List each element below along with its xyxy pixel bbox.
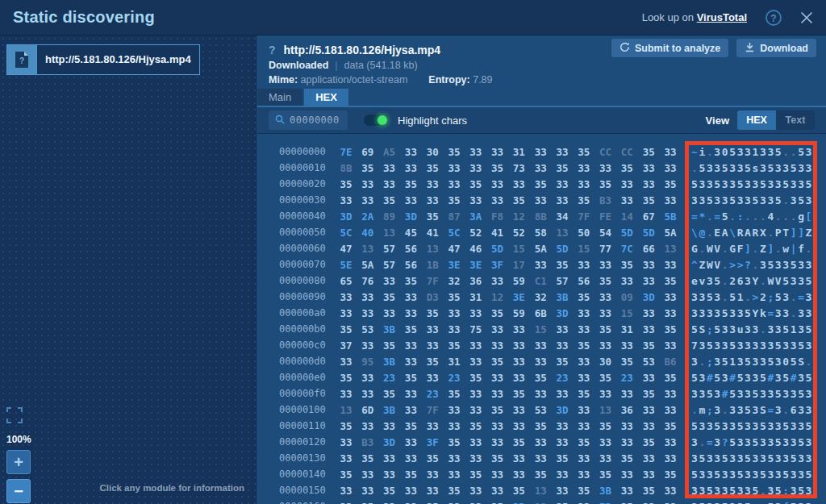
hex-offset: 00000160	[279, 501, 329, 504]
hex-bytes: 3333333335333335596B3D3333153333	[340, 307, 677, 319]
hex-bytes: 333335333335333335333335B3333533	[340, 194, 677, 206]
hex-offset: 000000e0	[279, 372, 329, 383]
view-text-button[interactable]: Text	[776, 110, 815, 130]
hex-row: 0000016033353333353333353B1335337B353333…	[257, 498, 826, 504]
hex-bytes: 3D2A893D35873AF8128B347FFE14675B	[340, 210, 677, 223]
submit-to-analyze-button[interactable]: Submit to analyze	[611, 39, 728, 57]
fullscreen-icon[interactable]	[6, 407, 23, 427]
hex-bytes: 35332335332335333335233335233335	[340, 372, 677, 384]
ascii-chars: 335335335335.353	[691, 194, 813, 206]
hex-bytes: 8B353333353333357333353333353333	[340, 162, 677, 174]
hex-bytes: 33953B333531333533333533303553B6	[340, 356, 677, 368]
hex-offset: 00000100	[279, 404, 329, 415]
module-label: http://5.181.80.126/Hjysa.mp4	[36, 45, 199, 74]
file-type-size: data (541.18 kb)	[344, 60, 418, 71]
hex-row: 000000505C401345415C524152581350545D5D5A…	[257, 224, 826, 240]
hex-row: 00000060471357561347465D155A5D15777C6613…	[257, 240, 826, 256]
virustotal-link[interactable]: VirusTotal	[697, 11, 747, 23]
ascii-chars: 35335335;.53{533	[691, 501, 813, 504]
hex-bytes: 136D3B337F33333533533D3313363333	[340, 404, 677, 416]
svg-text:?: ?	[19, 56, 24, 65]
hex-offset: 00000110	[279, 420, 329, 431]
ascii-chars: 3353#53353353353	[691, 388, 813, 400]
hex-bytes: 33353333353333353B1335337B353333	[340, 501, 677, 504]
hex-row: 00000100136D3B337F33333533533D3313363333…	[257, 402, 826, 418]
ascii-chars: 5S;533u33.335135	[691, 323, 813, 335]
module-node-url[interactable]: ? http://5.181.80.126/Hjysa.mp4	[6, 44, 200, 75]
zoom-out-button[interactable]: −	[6, 479, 31, 503]
hex-toolbar: Highlight chars View HEX Text	[257, 107, 826, 134]
help-icon[interactable]: ?	[765, 9, 782, 27]
zoom-level: 100%	[6, 434, 31, 445]
hex-offset: 00000090	[279, 291, 329, 302]
ascii-chars: =*.=5.:...4...g[	[691, 210, 813, 223]
hex-bytes: 33353333353333353333353333353333	[340, 452, 677, 464]
entropy-label: Entropy:	[428, 74, 469, 85]
hex-row: 000000e035332335332335333335233335233335…	[257, 369, 826, 385]
hex-row: 00000030333335333335333335333335B3333533…	[257, 192, 826, 208]
ascii-chars: ~i.305331335..53	[691, 146, 813, 158]
zoom-in-button[interactable]: +	[6, 450, 31, 474]
ascii-chars: 3353.51.>2;53.=3	[691, 291, 813, 303]
close-icon[interactable]	[800, 11, 813, 24]
hex-row: 000000b035533B35333375333315333335313335…	[257, 321, 826, 337]
toggle-knob	[378, 115, 387, 125]
hex-offset: 00000130	[279, 452, 329, 464]
hex-offset: 00000030	[279, 194, 329, 206]
hex-row: 000000c037333533333533333333333533333533…	[257, 337, 826, 353]
sidebar-hint: Click any module for information	[99, 483, 244, 493]
hex-row: 00000080657633357F32363359C1575635333335…	[257, 273, 826, 289]
ascii-chars: G.WV.GF].Z].w|f.	[691, 243, 813, 255]
hex-row: 000000d033953B333531333533333533303553B6…	[257, 353, 826, 369]
ascii-chars: 33335335Yk=33.33	[691, 307, 813, 319]
view-hex-button[interactable]: HEX	[737, 110, 776, 130]
hex-row: 000000a03333333335333335596B3D3333153333…	[257, 305, 826, 321]
hex-row: 0000012033B33D333F3533333533333533333533…	[257, 434, 826, 450]
hex-row: 000000108B353333353333357333353333353333…	[257, 160, 826, 176]
ascii-chars: .5335335s3533533	[691, 162, 813, 174]
highlight-chars-toggle[interactable]	[364, 115, 388, 126]
hex-offset: 00000010	[279, 162, 329, 173]
file-url: http://5.181.80.126/Hjysa.mp4	[284, 44, 441, 56]
download-button[interactable]: Download	[736, 39, 816, 57]
ascii-chars: 335335335.35;353	[691, 485, 813, 497]
hex-offset: 00000020	[279, 178, 329, 190]
hex-row: 000000705E5A57561B3E3E3F1733353333353333…	[257, 256, 826, 273]
page-title: Static discovering	[13, 8, 155, 27]
hex-offset: 00000040	[279, 210, 329, 222]
ascii-chars: 53#53#5335#35#35	[691, 372, 813, 384]
hex-bytes: 657633357F32363359C1575635333335	[340, 275, 677, 287]
hex-row: 000000f033333533233533333533333533333533…	[257, 385, 826, 402]
ascii-chars: 3533533533533533	[691, 452, 813, 464]
offset-search-field[interactable]	[269, 110, 348, 130]
hex-bytes: 35333335333335333335333335333335	[340, 420, 677, 432]
hex-offset: 00000050	[279, 227, 329, 238]
hex-dump-view[interactable]: 000000007E69A5333035333331333335CCCC3533…	[257, 134, 826, 504]
hex-row: 0000009033333533D33531123E323B3533093D33…	[257, 289, 826, 305]
hex-bytes: 35333335333335333335333335333335	[340, 469, 677, 481]
ascii-chars: ev35.263Y.WV5335	[691, 275, 813, 287]
hex-offset: 00000120	[279, 436, 329, 448]
mime-value: application/octet-stream	[301, 74, 408, 85]
hex-offset: 000000a0	[279, 307, 329, 319]
hex-bytes: 7E69A5333035333331333335CCCC3533	[340, 146, 677, 158]
hex-bytes: 5C401345415C524152581350545D5D5A	[340, 227, 677, 239]
tab-main[interactable]: Main	[257, 89, 302, 106]
hex-offset: 00000140	[279, 469, 329, 480]
unknown-type-icon: ?	[269, 44, 276, 56]
unknown-file-icon: ?	[7, 45, 36, 74]
search-icon	[275, 113, 285, 127]
highlight-chars-label: Highlight chars	[398, 115, 467, 127]
svg-text:?: ?	[770, 12, 776, 23]
hex-row: 000001503333353333353333351333353B333533…	[257, 482, 826, 498]
tab-hex[interactable]: HEX	[304, 89, 348, 106]
hex-bytes: 3333353333353333351333353B333533	[340, 485, 677, 497]
hex-offset: 000000c0	[279, 339, 329, 351]
hex-bytes: 33333533D33531123E323B3533093D33	[340, 291, 677, 303]
hex-offset: 000000b0	[279, 323, 329, 335]
hex-bytes: 35333335333335333335333335333335	[340, 178, 677, 190]
offset-search-input[interactable]	[290, 115, 348, 126]
hex-offset: 00000080	[279, 275, 329, 286]
hex-offset: 000000d0	[279, 356, 329, 367]
ascii-chars: 7353353333353353	[691, 339, 813, 352]
